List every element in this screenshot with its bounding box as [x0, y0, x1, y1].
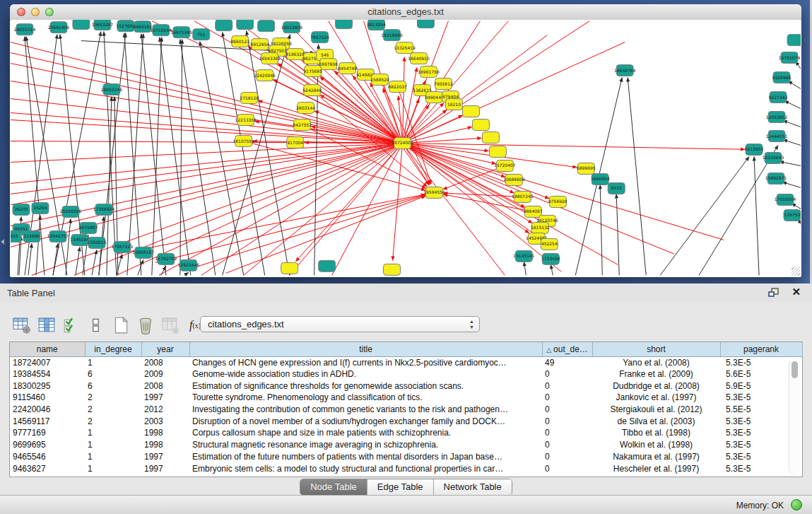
graph-node-label: 10688609 [503, 177, 525, 182]
graph-node[interactable] [281, 262, 298, 274]
window-titlebar[interactable]: citations_edges.txt [10, 4, 801, 21]
graph-node[interactable] [489, 146, 506, 158]
close-panel-icon[interactable]: ✕ [792, 286, 801, 298]
graph-node-label: 1527602 [117, 23, 136, 28]
graph-edge [779, 161, 801, 165]
import-table-icon[interactable] [161, 316, 180, 334]
network-graph[interactable]: 1872400786601238912954182260589827503165… [11, 20, 801, 276]
graph-node-label: 16671385 [171, 30, 193, 35]
tab-node-table[interactable]: Node Table [300, 479, 367, 495]
graph-edge [600, 185, 602, 275]
graph-node-label: 26205 [14, 206, 28, 211]
graph-node[interactable] [482, 132, 499, 144]
graph-node-label: 18807243 [512, 194, 534, 199]
table-scrollbar[interactable] [789, 359, 800, 474]
table-cell: 0 [542, 427, 592, 439]
graph-node-label: 6899695 [577, 165, 596, 170]
graph-node-label: 24055724 [14, 27, 36, 32]
graph-node-label: 16640910 [408, 56, 430, 61]
table-row[interactable]: 946362711997Embryonic stem cells: a mode… [10, 462, 802, 474]
select-columns-icon[interactable] [37, 316, 56, 334]
graph-node-label: 3915 [11, 233, 18, 238]
network-canvas[interactable]: 1872400786601238912954182260589827503165… [11, 20, 801, 276]
graph-node-label: 17957223 [112, 244, 134, 249]
column-header-title[interactable]: title [189, 342, 542, 356]
graph-node-label: 19218986 [381, 33, 403, 37]
graph-edge [160, 37, 191, 276]
graph-node[interactable] [384, 264, 401, 275]
create-table-icon[interactable] [112, 316, 130, 334]
memory-ok-indicator[interactable] [791, 499, 802, 510]
graph-node-label: 10719184 [151, 28, 172, 33]
panel-collapse-arrow[interactable] [1, 239, 4, 245]
graph-edge [754, 156, 759, 275]
rows-mode-icon[interactable] [87, 316, 105, 334]
table-cell: Tourette syndrome. Phenomenology and cla… [189, 392, 542, 404]
table-row[interactable]: 946554611997Estimation of the future num… [10, 451, 802, 463]
graph-node[interactable] [73, 20, 90, 30]
graph-node-label: 1615132 [531, 225, 550, 230]
table-row[interactable]: 1830029562008Estimation of significance … [10, 380, 802, 392]
graph-node[interactable] [462, 106, 479, 117]
table-cell: 0 [542, 439, 592, 451]
graph-node-label: 16210 [447, 102, 461, 107]
graph-node[interactable] [319, 260, 336, 271]
graph-node[interactable] [787, 35, 801, 46]
graph-node[interactable] [237, 20, 254, 30]
column-header-in_degree[interactable]: in_degree [85, 342, 141, 356]
column-header-pagerank[interactable]: pagerank [720, 342, 802, 356]
table-row[interactable]: 1456911722003Disruption of a novel membe… [10, 415, 802, 427]
graph-edge [76, 247, 80, 275]
table-cell: 2008 [141, 356, 189, 368]
table-cell: Corpus callosum shape and size in male p… [189, 427, 542, 439]
toggle-checks-icon[interactable] [62, 316, 81, 334]
table-scrollbar-thumb[interactable] [792, 361, 798, 378]
table-cell: Embryonic stem cells: a model to study s… [189, 462, 542, 474]
graph-node[interactable] [336, 20, 353, 29]
column-header-name[interactable]: name [10, 342, 85, 356]
graph-edge [616, 194, 619, 275]
table-cell: 6 [85, 368, 141, 380]
graph-edge [53, 243, 58, 275]
table-row[interactable]: 1872400712008Changes of HCN gene express… [10, 356, 802, 368]
select-stepper-icon: ▲▼ [469, 319, 474, 330]
graph-node-label: 12923446 [178, 262, 200, 267]
column-header-year[interactable]: year [141, 342, 189, 356]
network-desktop: citations_edges.txt 18724007866012389129… [0, 0, 812, 284]
table-cell: 1 [85, 462, 141, 474]
graph-node-label: 2803144 [296, 105, 315, 110]
float-panel-icon[interactable] [768, 288, 779, 298]
table-row[interactable]: 911546021997Tourette syndrome. Phenomeno… [10, 392, 802, 404]
table-cell: 1 [85, 439, 141, 451]
graph-node[interactable] [417, 20, 434, 28]
table-row[interactable]: 1938455462009Genome-wide association stu… [10, 368, 802, 380]
column-header-short[interactable]: short [592, 342, 720, 356]
table-source-select[interactable]: citations_edges.txt ▲▼ [200, 316, 480, 332]
graph-node-label: 18724007 [392, 141, 413, 146]
tab-network-table[interactable]: Network Table [434, 479, 512, 495]
table-cell: 2 [85, 404, 141, 416]
graph-node[interactable] [472, 119, 489, 131]
graph-node-label: 9827503 [268, 48, 287, 53]
column-header-out_de[interactable]: △out_de… [542, 342, 592, 356]
table-row[interactable]: 969969511998Structural magnetic resonanc… [10, 439, 802, 451]
table-cell: 2003 [141, 415, 189, 427]
table-cell: 22420046 [10, 404, 85, 416]
graph-node[interactable] [216, 20, 233, 31]
table-cell: Changes of HCN gene expression and I(f) … [189, 356, 542, 368]
table-cell: 1 [85, 451, 141, 463]
delete-table-icon[interactable] [136, 316, 155, 334]
graph-node-label: 8215955 [745, 146, 764, 151]
graph-node-label: 13325419 [394, 45, 416, 50]
graph-edge [11, 144, 403, 184]
table-row[interactable]: 977716911998Corpus callosum shape and si… [10, 427, 802, 439]
graph-node[interactable] [258, 21, 275, 32]
graph-node-label: 679404 [442, 94, 459, 99]
table-cell: Stergiakouli et al. (2012) [592, 404, 720, 416]
tab-edge-table[interactable]: Edge Table [367, 479, 434, 495]
table-settings-icon[interactable] [13, 316, 31, 334]
table-panel-header: Table Panel ✕ [0, 284, 812, 303]
graph-edge [66, 218, 71, 275]
table-row[interactable]: 2242004622012Investigating the contribut… [10, 404, 802, 416]
window-resize-grip[interactable] [792, 267, 800, 276]
